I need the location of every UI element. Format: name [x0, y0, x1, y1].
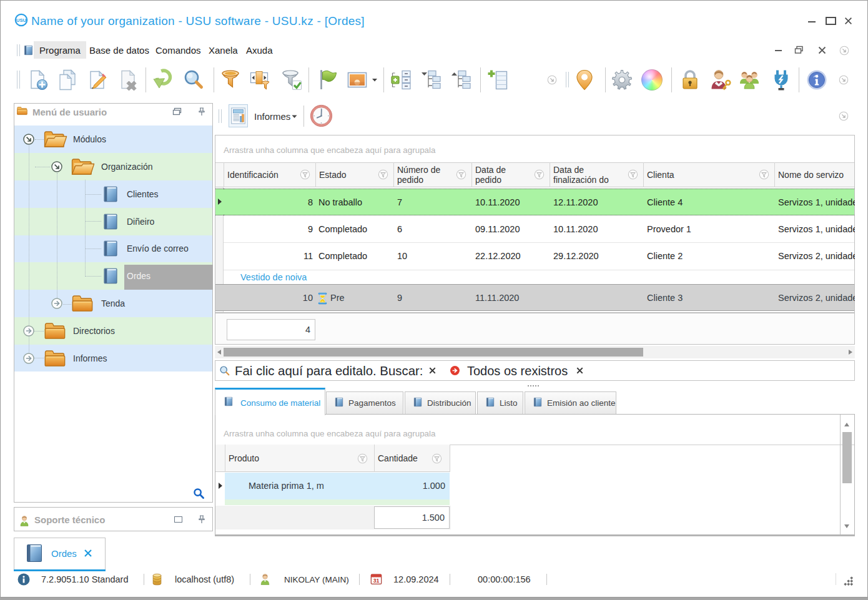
svg-text:USU: USU	[16, 17, 26, 23]
